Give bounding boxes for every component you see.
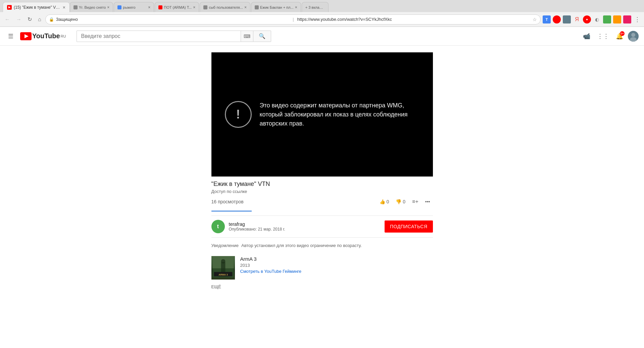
like-count: 0 [387, 199, 389, 204]
video-actions: 👍 0 👎 0 ≡+ ••• [377, 197, 433, 207]
notification-badge: 9+ [620, 31, 625, 36]
game-title: ArmA 3 [240, 256, 433, 262]
secure-lock-icon: 🔒 [49, 17, 54, 22]
notification-label: Уведомление [211, 243, 239, 248]
active-tab[interactable]: ▶ (15) "Ежик в тумане" VТ... × [3, 2, 70, 12]
apps-grid-icon[interactable]: ⋮⋮ [595, 31, 611, 42]
main-content: ! Это видео содержит материалы от партне… [0, 46, 644, 296]
search-button[interactable]: 🔍 [253, 31, 271, 42]
video-views: 16 просмотров [211, 199, 377, 204]
chrome-menu-icon[interactable]: ⋮ [633, 15, 641, 23]
tab3-favicon [117, 5, 121, 9]
tab6-favicon [255, 5, 259, 9]
game-watch-link[interactable]: Смотреть в YouTube Гейминге [240, 269, 433, 274]
chrome-toolbar: ← → ↻ ⌂ 🔒 Защищено | https://www.youtube… [0, 12, 644, 27]
translate-icon[interactable]: T [543, 15, 551, 23]
hamburger-menu-icon[interactable]: ☰ [5, 30, 16, 43]
like-icon: 👍 [380, 199, 385, 204]
ext6-icon[interactable] [613, 15, 621, 23]
search-input[interactable] [77, 31, 241, 42]
user-avatar[interactable] [628, 31, 639, 42]
youtube-locale: RU [61, 34, 66, 38]
tab5-close[interactable]: × [244, 5, 247, 10]
tab6-title: Ежик Баклан + пл... [260, 5, 294, 9]
game-info: ArmA 3 2013 Смотреть в YouTube Гейминге [240, 256, 433, 274]
tab4-close[interactable]: × [193, 5, 195, 10]
browser-toolbar-icons: T Я ● ◐ ⋮ [543, 15, 641, 23]
channel-name[interactable]: terafrag [229, 221, 385, 227]
tab3-close[interactable]: × [148, 5, 150, 10]
tab-extra-title: + 3 вкладки [305, 5, 325, 9]
channel-publish-date: Опубликовано: 21 мар. 2018 г. [229, 227, 385, 232]
video-blocked-overlay: ! Это видео содержит материалы от партне… [211, 88, 433, 142]
search-bar-container: ⌨ 🔍 [77, 31, 271, 42]
ext4-icon[interactable]: ◐ [593, 15, 601, 23]
ellipsis-icon: ••• [425, 199, 430, 204]
avatar-image [628, 31, 639, 42]
ext3-icon[interactable]: ● [583, 15, 591, 23]
more-actions-button[interactable]: ••• [423, 197, 433, 206]
more-link[interactable]: ЕЩЁ [211, 284, 221, 289]
bookmark-star-icon[interactable]: ☆ [533, 17, 537, 22]
video-info-section: "Ежик в тумане" VTN Доступ по ссылке 16 … [211, 177, 433, 215]
channel-info: terafrag Опубликовано: 21 мар. 2018 г. [229, 221, 385, 232]
notification-text: Автор установил для этого видео ограниче… [241, 243, 362, 248]
tab-extra[interactable]: + 3 вкладки [302, 2, 329, 12]
notification-row: Уведомление Автор установил для этого ви… [211, 243, 433, 251]
reload-button[interactable]: ↻ [26, 15, 34, 24]
youtube-logo[interactable]: YouTube RU [20, 32, 66, 40]
action-underline [211, 211, 252, 211]
tab-2[interactable]: Yr. Видео снято × [70, 2, 113, 12]
tab-3[interactable]: рыжего × [114, 2, 154, 12]
game-thumbnail[interactable]: ARMA 3 [211, 256, 235, 280]
tab6-close[interactable]: × [295, 5, 297, 10]
svg-rect-7 [221, 262, 225, 273]
ext2-icon[interactable] [563, 15, 571, 23]
tab3-title: рыжего [123, 5, 147, 9]
ext7-icon[interactable] [623, 15, 631, 23]
tab4-favicon [158, 5, 162, 9]
forward-button[interactable]: → [14, 15, 23, 24]
ext1-icon[interactable] [553, 15, 561, 23]
keyboard-icon[interactable]: ⌨ [241, 31, 253, 42]
back-button[interactable]: ← [3, 15, 12, 24]
tab2-close[interactable]: × [107, 5, 109, 10]
video-camera-icon[interactable]: 📹 [581, 31, 592, 42]
svg-text:ARMA 3: ARMA 3 [218, 273, 228, 276]
game-year: 2013 [240, 263, 433, 268]
keyboard-symbol: ⌨ [244, 34, 250, 39]
youtube-header: ☰ YouTube RU ⌨ 🔍 📹 ⋮⋮ 🔔 9+ [0, 27, 644, 46]
video-meta-row: 16 просмотров 👍 0 👎 0 ≡+ [211, 197, 433, 207]
subscribe-button[interactable]: ПОДПИСАТЬСЯ [385, 220, 433, 233]
playlist-icon: ≡+ [412, 199, 418, 205]
youtube-logo-text: YouTube [32, 32, 60, 40]
tab5-title: сыб пользователя... [209, 5, 243, 9]
address-bar[interactable]: 🔒 Защищено | https://www.youtube.com/wat… [45, 14, 541, 24]
tab-title: (15) "Ежик в тумане" VТ... [14, 5, 61, 10]
youtube-logo-svg [20, 32, 32, 40]
dislike-button[interactable]: 👎 0 [393, 197, 408, 206]
blocked-exclamation-icon: ! [225, 101, 252, 128]
add-to-playlist-button[interactable]: ≡+ [409, 197, 421, 207]
url-text: https://www.youtube.com/watch?v=SCYkJhcf… [297, 17, 531, 22]
video-access-label: Доступ по ссылке [211, 189, 433, 194]
tab-favicon: ▶ [7, 5, 12, 10]
video-content: ! Это видео содержит материалы от партне… [211, 52, 433, 290]
video-title: "Ежик в тумане" VTN [211, 181, 433, 188]
tab-4[interactable]: ПОТ (ARMA) Т... × [155, 2, 199, 12]
header-right-actions: 📹 ⋮⋮ 🔔 9+ [581, 31, 639, 42]
bell-notification-icon[interactable]: 🔔 9+ [614, 31, 625, 42]
chrome-browser: ▶ (15) "Ежик в тумане" VТ... × Yr. Видео… [0, 0, 644, 27]
tab-5[interactable]: сыб пользователя... × [200, 2, 250, 12]
tab-6[interactable]: Ежик Баклан + пл... × [251, 2, 301, 12]
home-button[interactable]: ⌂ [36, 15, 43, 24]
video-player[interactable]: ! Это видео содержит материалы от партне… [211, 52, 433, 177]
tab-close-icon[interactable]: × [63, 5, 65, 10]
yandex-icon[interactable]: Я [573, 15, 581, 23]
youtube-page: ☰ YouTube RU ⌨ 🔍 📹 ⋮⋮ 🔔 9+ [0, 27, 644, 296]
game-thumbnail-image: ARMA 3 [211, 256, 235, 280]
tab2-title: Yr. Видео снято [79, 5, 106, 9]
ext5-icon[interactable] [603, 15, 611, 23]
like-button[interactable]: 👍 0 [377, 197, 392, 206]
channel-avatar[interactable]: t [211, 220, 225, 233]
